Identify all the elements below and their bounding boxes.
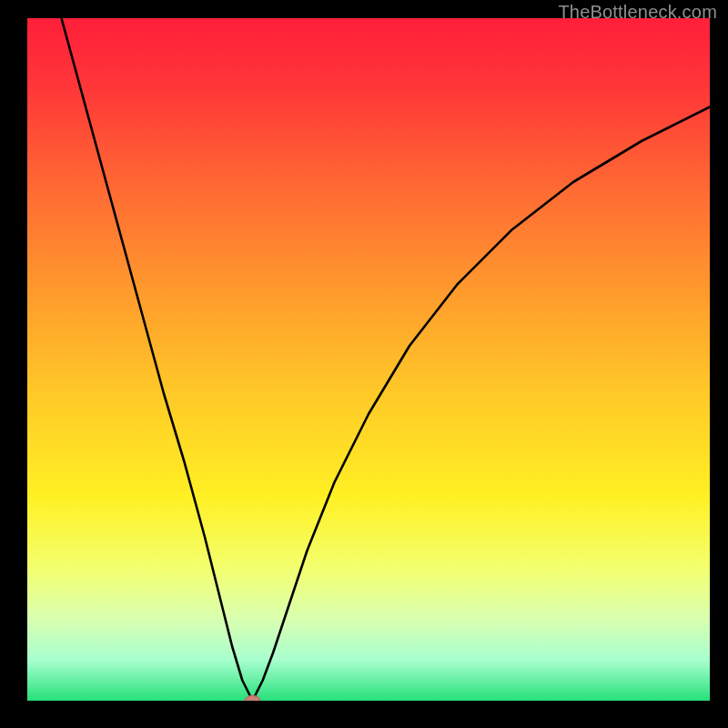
plot-background (27, 18, 710, 701)
chart-stage: TheBottleneck.com (0, 0, 728, 728)
bottleneck-chart (27, 18, 710, 701)
